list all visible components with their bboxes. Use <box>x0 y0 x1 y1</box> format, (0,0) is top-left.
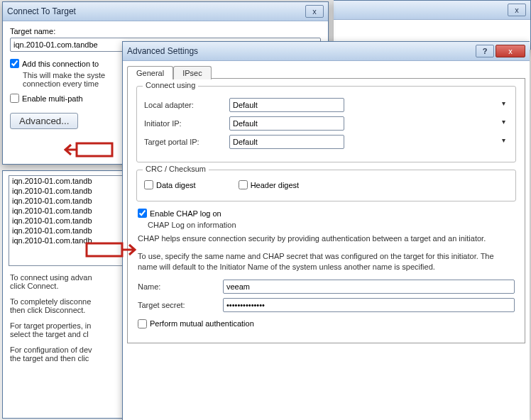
connect-title: Connect To Target <box>7 6 76 16</box>
chap-name-field[interactable] <box>223 280 515 294</box>
help-icon: ? <box>483 47 488 55</box>
background-close-button[interactable]: x <box>508 4 526 16</box>
local-adapter-label: Local adapter: <box>144 101 229 109</box>
enable-multipath-label: Enable multi-path <box>22 94 83 103</box>
chap-name-label: Name: <box>138 282 223 291</box>
connect-using-group: Connect using Local adapter: Initiator I… <box>136 86 516 162</box>
adv-title: Advanced Settings <box>127 46 198 56</box>
header-digest-label: Header digest <box>251 181 300 189</box>
adv-help-button[interactable]: ? <box>476 45 494 57</box>
chap-help-text: To use, specify the same name and CHAP s… <box>138 251 515 272</box>
data-digest-checkbox[interactable] <box>144 180 153 189</box>
enable-chap-label: Enable CHAP log on <box>150 209 221 218</box>
background-titlebar: x <box>334 1 530 20</box>
add-connection-label: Add this connection to <box>22 60 99 68</box>
chap-info-group: CHAP Log on information CHAP helps ensur… <box>136 221 516 328</box>
local-adapter-select[interactable] <box>229 98 344 112</box>
chap-info-legend: CHAP Log on information <box>148 221 515 229</box>
advanced-settings-window: Advanced Settings ? x General IPsec Conn… <box>122 41 530 420</box>
chap-secret-field[interactable] <box>223 298 515 312</box>
initiator-ip-label: Initiator IP: <box>144 119 229 128</box>
target-portal-label: Target portal IP: <box>144 138 229 146</box>
target-portal-select[interactable] <box>229 135 344 149</box>
chap-secret-label: Target secret: <box>138 301 223 309</box>
data-digest-label: Data digest <box>156 181 196 189</box>
enable-multipath-checkbox[interactable] <box>10 94 19 103</box>
chap-help-text: CHAP helps ensure connection security by… <box>138 233 515 244</box>
mutual-auth-label: Perform mutual authentication <box>150 319 254 328</box>
tab-ipsec[interactable]: IPsec <box>173 66 212 79</box>
crc-legend: CRC / Checksum <box>143 165 209 173</box>
connect-titlebar: Connect To Target x <box>3 2 328 21</box>
connect-using-legend: Connect using <box>143 81 198 89</box>
close-icon: x <box>515 6 519 14</box>
close-icon: x <box>312 7 317 16</box>
mutual-auth-checkbox[interactable] <box>138 319 147 328</box>
add-connection-checkbox[interactable] <box>10 59 19 68</box>
initiator-ip-select[interactable] <box>229 116 344 131</box>
tab-general[interactable]: General <box>127 66 173 79</box>
advanced-button[interactable]: Advanced... <box>10 113 78 129</box>
target-name-label: Target name: <box>10 27 321 35</box>
crc-group: CRC / Checksum Data digest Header digest <box>136 170 516 201</box>
adv-titlebar: Advanced Settings ? x <box>123 42 530 61</box>
adv-close-button[interactable]: x <box>496 45 525 57</box>
header-digest-checkbox[interactable] <box>239 180 248 189</box>
adv-tabstrip: General IPsec <box>127 65 525 79</box>
close-icon: x <box>508 47 513 55</box>
adv-tabpanel: Connect using Local adapter: Initiator I… <box>127 78 525 343</box>
enable-chap-checkbox[interactable] <box>138 209 147 218</box>
connect-close-button[interactable]: x <box>305 5 324 18</box>
